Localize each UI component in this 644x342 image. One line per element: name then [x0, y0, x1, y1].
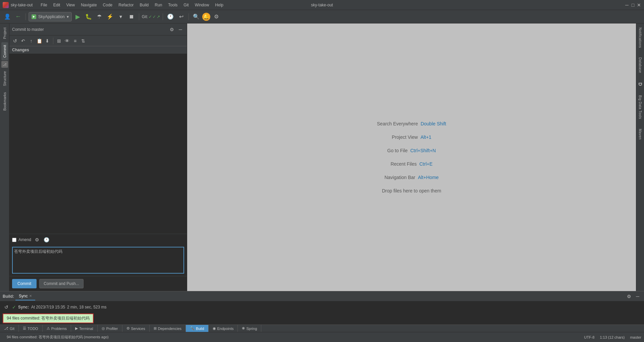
notifications-button[interactable]: 🔔 — [202, 13, 210, 21]
debug-button[interactable]: 🐛 — [84, 12, 93, 21]
menu-view[interactable]: View — [63, 2, 77, 8]
menu-git[interactable]: Git — [181, 2, 191, 8]
tab-endpoints[interactable]: ◉ Endpoints — [209, 325, 238, 332]
menu-run[interactable]: Run — [152, 2, 165, 8]
right-tab-bigdata[interactable]: Big Data Tools — [638, 94, 643, 120]
changes-list[interactable] — [9, 54, 187, 234]
menu-window[interactable]: Window — [192, 2, 212, 8]
person-icon[interactable]: 👤 — [3, 12, 12, 21]
tab-services[interactable]: ⚙ Services — [122, 325, 150, 332]
stash-button[interactable]: 📋 — [36, 37, 43, 45]
hint-drop: Drop files here to open them — [382, 188, 441, 193]
sync-time: At 2023/7/19 15:35 — [31, 305, 65, 309]
commit-message-input[interactable] — [12, 247, 184, 274]
run-button[interactable]: ▶ — [73, 12, 83, 21]
branch-label: master — [630, 335, 641, 339]
menu-code[interactable]: Code — [100, 2, 115, 8]
refresh-sync-button[interactable]: ↺ — [3, 303, 10, 311]
tab-dependencies[interactable]: ⊞ Dependencies — [150, 325, 186, 332]
dropdown-button[interactable]: ▾ — [116, 12, 125, 21]
git-icon[interactable]: ⎇ — [1, 61, 8, 68]
amend-history-button[interactable]: 🕐 — [43, 236, 50, 243]
dependencies-tab-icon: ⊞ — [154, 326, 157, 331]
menu-edit[interactable]: Edit — [51, 2, 63, 8]
undo-button[interactable]: ↩ — [176, 12, 186, 21]
build-tab-icon: 🔨 — [190, 326, 195, 331]
hint-project-label: Project View — [392, 134, 418, 140]
maximize-button[interactable]: □ — [631, 3, 635, 7]
menu-refactor[interactable]: Refactor — [116, 2, 136, 8]
statusbar-tabs: ⎇ Git ☰ TODO ⚠ Problems ▶ Terminal ◎ Pro… — [0, 325, 644, 332]
menu-file[interactable]: File — [38, 2, 50, 8]
back-icon[interactable]: ← — [13, 12, 23, 21]
rollback-button[interactable]: ↶ — [19, 37, 27, 45]
bottom-settings-button[interactable]: ⚙ — [625, 293, 633, 300]
amend-label[interactable]: Amend — [18, 237, 31, 242]
amend-settings-button[interactable]: ⚙ — [33, 236, 41, 243]
sync-line: ↺ ✓ Sync: At 2023/7/19 15:35 2 min, 18 s… — [3, 303, 641, 311]
committed-box: 94 files committed: 苍穹外卖项目后端初始代码 — [3, 314, 94, 323]
titlebar: sky-take-out File Edit View Navigate Cod… — [0, 0, 644, 10]
services-tab-icon: ⚙ — [126, 326, 130, 331]
tab-todo[interactable]: ☰ TODO — [19, 325, 43, 332]
menu-tools[interactable]: Tools — [165, 2, 180, 8]
settings-button[interactable]: ⚙ — [212, 12, 221, 21]
stop-button[interactable]: ⏹ — [127, 12, 136, 21]
right-tab-notifications[interactable]: Notifications — [638, 26, 643, 49]
sidebar-item-project[interactable]: Project — [1, 25, 8, 42]
right-tab-d[interactable]: D — [637, 81, 644, 88]
minimize-panel-button[interactable]: ─ — [177, 26, 184, 33]
close-button[interactable]: ✕ — [637, 3, 641, 7]
diff-view-button[interactable]: ⊞ — [55, 37, 63, 45]
encoding-label: UTF-8 — [584, 335, 594, 339]
sidebar-item-bookmarks[interactable]: Bookmarks — [1, 90, 8, 113]
menu-help[interactable]: Help — [212, 2, 226, 8]
history-button[interactable]: 🕐 — [166, 12, 175, 21]
sync-tab[interactable]: Sync ✕ — [15, 292, 35, 300]
right-tabs: Notifications Database D Big Data Tools … — [636, 23, 644, 291]
bottom-minimize-button[interactable]: ─ — [634, 293, 641, 300]
tab-spring-label: Spring — [246, 327, 257, 331]
run-config[interactable]: ▶ SkyApplication ▾ — [29, 12, 72, 21]
eye-button[interactable]: 👁 — [63, 37, 71, 45]
search-button[interactable]: 🔍 — [192, 12, 201, 21]
tab-terminal[interactable]: ▶ Terminal — [71, 325, 98, 332]
tab-spring[interactable]: ❋ Spring — [238, 325, 261, 332]
tab-dependencies-label: Dependencies — [158, 327, 181, 331]
commit-button[interactable]: Commit — [12, 279, 37, 288]
tab-git[interactable]: ⎇ Git — [0, 325, 19, 332]
git-status: Git: ✓ ✓ ↗ — [142, 14, 160, 19]
terminal-tab-icon: ▶ — [75, 326, 78, 331]
sync-tab-close[interactable]: ✕ — [29, 294, 32, 298]
right-tab-maven[interactable]: Maven — [638, 127, 643, 141]
profile-button[interactable]: ⚡ — [105, 12, 115, 21]
sync-tab-label: Sync — [19, 294, 28, 298]
sidebar-item-structure[interactable]: Structure — [1, 68, 8, 89]
build-panel: Build: Sync ✕ ⚙ ─ ↺ ✓ Sync: At 2023/7/19… — [0, 291, 644, 325]
coverage-button[interactable]: ☂ — [95, 12, 104, 21]
menu-build[interactable]: Build — [137, 2, 152, 8]
refresh-button[interactable]: ↺ — [11, 37, 19, 45]
settings-gear-button[interactable]: ⚙ — [168, 26, 175, 33]
statusbar-right: UTF-8 1:13 (12 chars) master — [584, 335, 641, 339]
unstash-button[interactable]: ⬇ — [44, 37, 51, 45]
commit-push-button[interactable]: Commit and Push... — [39, 279, 83, 288]
changes-header: Changes — [9, 46, 187, 54]
git-label: Git: — [142, 14, 148, 19]
menu-navigate[interactable]: Navigate — [78, 2, 99, 8]
sort-button[interactable]: ⇅ — [79, 37, 87, 45]
minimize-button[interactable]: ─ — [625, 3, 629, 7]
amend-checkbox[interactable] — [12, 238, 16, 242]
sidebar-item-commit[interactable]: Commit — [1, 42, 8, 60]
window-title: sky-take-out — [311, 3, 333, 7]
tab-git-label: Git — [10, 327, 14, 331]
statusbar: 94 files committed: 苍穹外卖项目后端初始代码 (moment… — [0, 332, 644, 342]
run-config-dropdown: ▾ — [67, 14, 69, 19]
right-tab-database[interactable]: Database — [638, 56, 643, 74]
sync-label: Sync: — [18, 305, 29, 309]
align-left-button[interactable]: ≡ — [71, 37, 79, 45]
push-button[interactable]: ↑ — [28, 37, 35, 45]
tab-build[interactable]: 🔨 Build — [186, 325, 208, 332]
tab-problems[interactable]: ⚠ Problems — [43, 325, 71, 332]
tab-profiler[interactable]: ◎ Profiler — [98, 325, 122, 332]
